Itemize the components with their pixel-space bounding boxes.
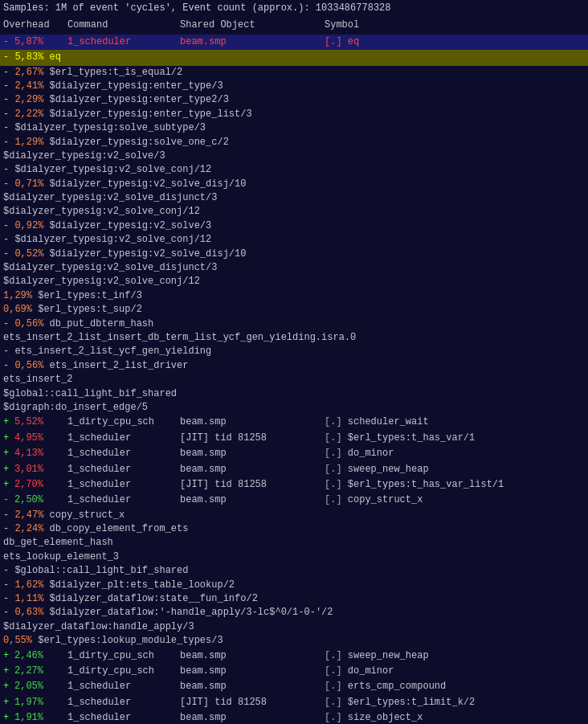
tree-line: - $dialyzer_typesig:v2_solve_conj/12 [0,233,588,247]
tree-line: - 0,71% $dialyzer_typesig:v2_solve_disj/… [0,178,588,191]
highlighted-row-2[interactable]: - 5,83% eq [0,50,588,65]
tree-line: - $global::call_light_bif_shared [0,564,588,578]
sign-plus: + [3,447,14,460]
tree-line: - 1,11% $dialyzer_dataflow:state__fun_in… [0,592,588,606]
tree-line: ets_insert_2 [0,373,588,387]
sign-plus: + [3,432,14,445]
tree-line: - 2,29% $dialyzer_typesig:enter_type2/3 [0,93,588,107]
flat-row-4[interactable]: + 3,01% 1_scheduler beam.smp [.] sweep_n… [0,462,588,477]
tree2-header: - 2,47% copy_struct_x [0,509,588,522]
sign-plus: + [3,649,14,663]
tree-line: - 2,41% $dialyzer_typesig:enter_type/3 [0,80,588,93]
tree-line: $dialyzer_typesig:v2_solve_disjunct/3 [0,191,588,205]
tree-line: - ets_insert_2_list_ycf_gen_yielding [0,345,588,358]
flat-row-9[interactable]: + 2,05% 1_scheduler beam.smp [.] erts_cm… [0,679,588,694]
tree-line: - 1,29% $dialyzer_typesig:solve_one_c/2 [0,136,588,149]
tree-line: - 0,56% db_put_dbterm_hash [0,317,588,331]
tree-line: $dialyzer_typesig:v2_solve_conj/12 [0,275,588,288]
sign-minus: - [3,493,14,507]
flat-row-10[interactable]: + 1,97% 1_scheduler [JIT] tid 81258 [.] … [0,695,588,710]
tree-line: - 0,52% $dialyzer_typesig:v2_solve_disj/… [0,247,588,261]
tree-line: - 0,56% ets_insert_2_list_driver [0,359,588,373]
header-samples: Samples: 1M of event 'cycles', Event cou… [0,0,588,17]
flat-row-1[interactable]: + 5,52% 1_dirty_cpu_sch beam.smp [.] sch… [0,415,588,430]
tree-line: - 1,62% $dialyzer_plt:ets_table_lookup/2 [0,579,588,592]
tree-line: $global::call_light_bif_shared [0,387,588,401]
tree-line: $dialyzer_dataflow:handle_apply/3 [0,620,588,634]
flat-row-5[interactable]: + 2,70% 1_scheduler [JIT] tid 81258 [.] … [0,477,588,493]
tree-line: - 0,92% $dialyzer_typesig:v2_solve/3 [0,219,588,233]
tree-line: $dialyzer_typesig:v2_solve/3 [0,149,588,163]
tree-line: 0,55% $erl_types:lookup_module_types/3 [0,634,588,648]
tree-line: - $dialyzer_typesig:v2_solve_conj/12 [0,163,588,177]
tree-line: $digraph:do_insert_edge/5 [0,401,588,415]
tree-line: - 2,22% $dialyzer_typesig:enter_type_lis… [0,108,588,121]
flat-section-1: + 5,52% 1_dirty_cpu_sch beam.smp [.] sch… [0,415,588,508]
flat-row-3[interactable]: + 4,13% 1_scheduler beam.smp [.] do_mino… [0,446,588,461]
column-headers: Overhead Command Shared Object Symbol [0,17,588,34]
tree-section-1: - 2,67% $erl_types:t_is_equal/2 - 2,41% … [0,66,588,415]
tree-line: 0,69% $erl_types:t_sup/2 [0,303,588,317]
sign-plus: + [3,696,14,710]
sign-plus: + [3,415,14,429]
tree-line: $dialyzer_typesig:v2_solve_conj/12 [0,205,588,219]
flat-row-11[interactable]: + 1,91% 1_scheduler beam.smp [.] size_ob… [0,710,588,724]
tree-line: - $dialyzer_typesig:solve_subtype/3 [0,121,588,135]
flat-row-8[interactable]: + 2,27% 1_dirty_cpu_sch beam.smp [.] do_… [0,664,588,679]
flat-row-2[interactable]: + 4,95% 1_scheduler [JIT] tid 81258 [.] … [0,431,588,446]
flat-section-2: + 2,46% 1_dirty_cpu_sch beam.smp [.] swe… [0,648,588,724]
tree-section-2: - 2,24% db_copy_element_from_ets db_get_… [0,522,588,648]
flat-row-7[interactable]: + 2,46% 1_dirty_cpu_sch beam.smp [.] swe… [0,648,588,664]
flat-row-6[interactable]: - 2,50% 1_scheduler beam.smp [.] copy_st… [0,493,588,508]
tree-line: - 0,63% $dialyzer_dataflow:'-handle_appl… [0,606,588,620]
tree-line: db_get_element_hash [0,536,588,550]
tree-line: 1,29% $erl_types:t_inf/3 [0,289,588,303]
sign-plus: + [3,478,14,492]
tree-line: ets_lookup_element_3 [0,550,588,564]
sign-plus: + [3,463,14,477]
tree-line: $dialyzer_typesig:v2_solve_disjunct/3 [0,261,588,275]
tree-line: - 2,24% db_copy_element_from_ets [0,522,588,536]
highlighted-row-1[interactable]: - 5,87% 1_scheduler beam.smp [.] eq [0,35,588,50]
sign-minus: - [3,35,14,49]
sign-plus: + [3,680,14,693]
sign-plus: + [3,665,14,678]
sign-plus: + [3,711,14,724]
tree-line: ets_insert_2_list_insert_db_term_list_yc… [0,331,588,345]
tree-line: - 2,67% $erl_types:t_is_equal/2 [0,66,588,80]
